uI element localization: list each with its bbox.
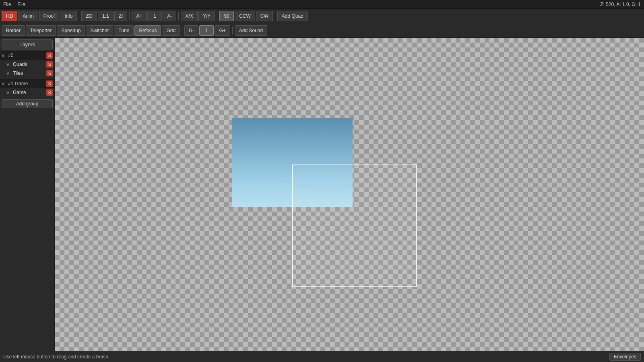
add-sound-button[interactable]: Add Sound: [235, 25, 267, 36]
separator-7: [232, 27, 233, 35]
separator-6: [182, 27, 182, 35]
layer-quads-visibility[interactable]: V: [6, 62, 12, 67]
toolbar-row-2: Border Teleporter Speedup Switcher Tune …: [0, 23, 644, 38]
a-plus-button[interactable]: A+: [132, 11, 147, 21]
switcher-button[interactable]: Switcher: [86, 25, 113, 36]
grid-button[interactable]: Grid: [162, 25, 180, 36]
separator-1: [79, 12, 79, 20]
layer-quads[interactable]: V Quads S: [0, 60, 54, 69]
proof-button[interactable]: Proof: [39, 11, 60, 21]
layer-group-1-name: #1 Game: [8, 81, 45, 86]
rotation-display: 90: [219, 11, 234, 21]
zi-button[interactable]: ZI: [114, 11, 128, 21]
layer-game[interactable]: V Game S: [0, 88, 54, 97]
add-quad-button[interactable]: Add Quad: [277, 11, 308, 21]
a-number-display: 1: [147, 11, 162, 21]
status-bar: Use left mouse button to drag and create…: [0, 351, 644, 362]
zo-button[interactable]: ZO: [81, 11, 97, 21]
envelopes-button[interactable]: Envelopes: [609, 353, 641, 361]
border-button[interactable]: Border: [2, 25, 25, 36]
top-right-info: Z: 520, A: 1.0, G: 1: [600, 2, 641, 7]
layer-group-0-name: #0: [8, 53, 45, 58]
tune-button[interactable]: Tune: [114, 25, 134, 36]
one-to-one-button[interactable]: 1:1: [98, 11, 114, 21]
ccw-button[interactable]: CCW: [235, 11, 255, 21]
layer-group-1-s[interactable]: S: [46, 80, 53, 87]
separator-5: [275, 12, 275, 20]
layer-quads-s[interactable]: S: [46, 61, 53, 68]
layer-group-0-visibility[interactable]: V: [2, 53, 7, 58]
status-text: Use left mouse button to drag and create…: [3, 354, 109, 360]
file-status: File:: [17, 2, 27, 7]
layer-group-0-s[interactable]: S: [46, 52, 53, 59]
refocus-button[interactable]: Refocus: [134, 25, 161, 36]
layer-game-visibility[interactable]: V: [6, 90, 12, 95]
toolbar-row-1: HD Anim Proof Info ZO 1:1 ZI A+ 1 A- X/X…: [0, 9, 644, 23]
layer-group-1[interactable]: V #1 Game S: [0, 79, 54, 88]
layer-group-1-visibility[interactable]: V: [2, 81, 7, 86]
layer-tiles-s[interactable]: S: [46, 70, 53, 76]
separator-2: [129, 12, 130, 20]
g-number-display: 1: [199, 25, 214, 36]
add-group-button[interactable]: Add group: [2, 99, 53, 108]
speedup-button[interactable]: Speedup: [57, 25, 85, 36]
layer-tiles-visibility[interactable]: V: [6, 71, 12, 76]
separator-4: [217, 12, 217, 20]
cw-button[interactable]: CW: [256, 11, 273, 21]
top-menu-bar: File File: Z: 520, A: 1.0, G: 1: [0, 0, 644, 9]
sidebar: Layers V #0 S V Quads S V Tiles S V #1 G…: [0, 38, 55, 351]
layers-header[interactable]: Layers: [2, 39, 53, 49]
hd-button[interactable]: HD: [2, 11, 17, 21]
info-button[interactable]: Info: [60, 11, 77, 21]
teleporter-button[interactable]: Teleporter: [26, 25, 56, 36]
layer-tiles-name: Tiles: [13, 70, 45, 76]
g-minus-button[interactable]: G-: [184, 25, 198, 36]
layer-game-name: Game: [13, 90, 45, 95]
layer-tiles[interactable]: V Tiles S: [0, 69, 54, 78]
a-minus-button[interactable]: A-: [163, 11, 176, 21]
xx-button[interactable]: X/X: [181, 11, 197, 21]
layer-quads-name: Quads: [13, 62, 45, 67]
canvas-area[interactable]: [55, 38, 644, 351]
anim-button[interactable]: Anim: [18, 11, 38, 21]
g-plus-button[interactable]: G+: [215, 25, 230, 36]
yy-button[interactable]: Y/Y: [198, 11, 215, 21]
layer-group-0[interactable]: V #0 S: [0, 51, 54, 60]
separator-3: [178, 12, 179, 20]
main-area: Layers V #0 S V Quads S V Tiles S V #1 G…: [0, 38, 644, 351]
layer-game-s[interactable]: S: [46, 89, 53, 96]
selection-quad[interactable]: [292, 165, 417, 287]
file-menu-item[interactable]: File: [3, 2, 11, 7]
